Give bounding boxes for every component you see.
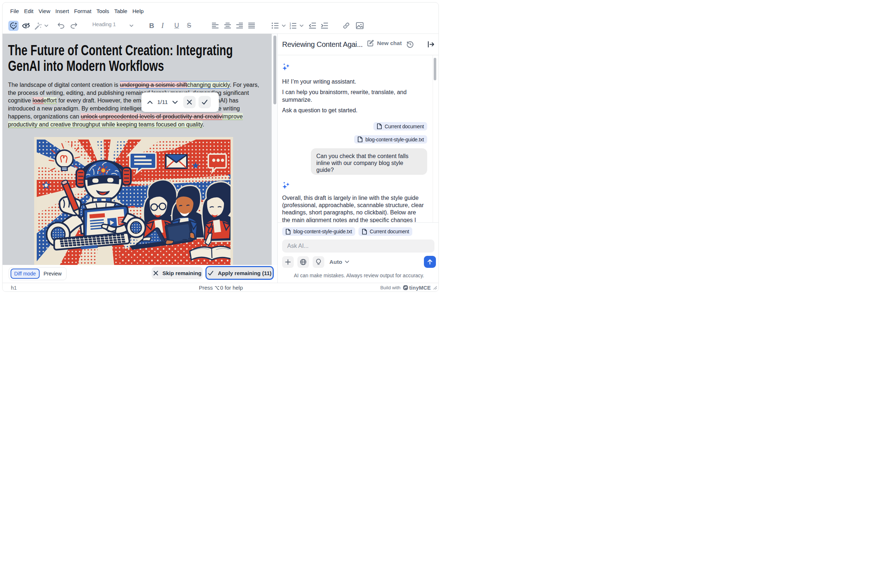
svg-text:3: 3 [290, 27, 291, 29]
